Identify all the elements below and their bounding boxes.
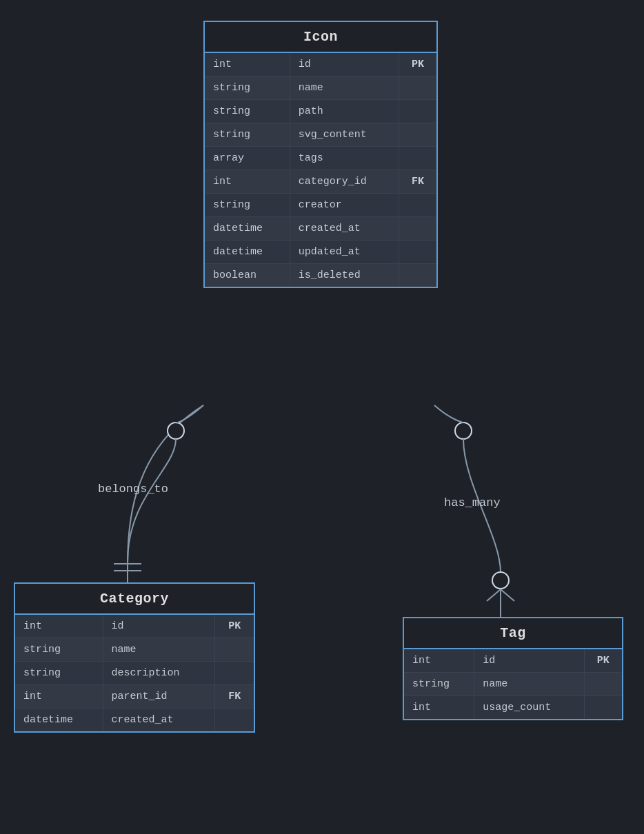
field-type: datetime xyxy=(204,241,290,264)
svg-line-7 xyxy=(487,589,501,601)
field-name: creator xyxy=(290,194,399,217)
table-row: string path xyxy=(204,100,437,123)
field-type: array xyxy=(204,147,290,170)
field-type: int xyxy=(204,52,290,77)
table-row: int id PK xyxy=(204,52,437,77)
field-name: name xyxy=(474,673,584,696)
field-type: boolean xyxy=(204,264,290,288)
tag-table: Tag int id PK string name int usage_coun… xyxy=(403,617,623,720)
category-table-title: Category xyxy=(14,583,254,614)
field-name: is_deleted xyxy=(290,264,399,288)
svg-point-4 xyxy=(455,423,472,439)
field-type: string xyxy=(204,123,290,147)
has-many-label: has_many xyxy=(444,496,501,509)
diagram-container: Icon int id PK string name string path s… xyxy=(0,0,644,834)
table-row: string name xyxy=(204,77,437,100)
belongs-to-label: belongs_to xyxy=(98,482,168,496)
svg-point-5 xyxy=(492,572,509,589)
table-row: array tags xyxy=(204,147,437,170)
icon-table-title: Icon xyxy=(204,21,437,52)
field-name: usage_count xyxy=(474,696,584,720)
field-type: string xyxy=(204,100,290,123)
table-row: string name xyxy=(14,638,254,662)
field-type: int xyxy=(14,614,103,638)
field-name: created_at xyxy=(103,709,215,733)
field-type: int xyxy=(14,685,103,709)
field-key: PK xyxy=(584,649,623,673)
field-type: datetime xyxy=(204,217,290,241)
table-row: int parent_id FK xyxy=(14,685,254,709)
icon-table: Icon int id PK string name string path s… xyxy=(203,21,438,288)
field-name: name xyxy=(290,77,399,100)
category-table: Category int id PK string name string de… xyxy=(14,582,255,733)
field-name: category_id xyxy=(290,170,399,194)
field-key xyxy=(399,77,438,100)
table-row: string svg_content xyxy=(204,123,437,147)
field-key: FK xyxy=(399,170,438,194)
field-key xyxy=(399,123,438,147)
field-key xyxy=(215,638,254,662)
table-row: string description xyxy=(14,662,254,685)
field-type: int xyxy=(403,649,474,673)
table-row: int id PK xyxy=(403,649,623,673)
table-row: string name xyxy=(403,673,623,696)
table-row: int usage_count xyxy=(403,696,623,720)
table-row: datetime updated_at xyxy=(204,241,437,264)
field-name: name xyxy=(103,638,215,662)
field-key xyxy=(584,673,623,696)
field-key xyxy=(215,709,254,733)
table-row: datetime created_at xyxy=(14,709,254,733)
field-key xyxy=(399,241,438,264)
svg-point-3 xyxy=(168,423,184,439)
table-row: int id PK xyxy=(14,614,254,638)
field-name: description xyxy=(103,662,215,685)
field-name: tags xyxy=(290,147,399,170)
field-name: id xyxy=(103,614,215,638)
field-key: PK xyxy=(215,614,254,638)
table-row: string creator xyxy=(204,194,437,217)
field-name: id xyxy=(290,52,399,77)
field-key: FK xyxy=(215,685,254,709)
field-name: id xyxy=(474,649,584,673)
field-type: string xyxy=(204,194,290,217)
field-name: path xyxy=(290,100,399,123)
table-row: boolean is_deleted xyxy=(204,264,437,288)
field-type: string xyxy=(14,662,103,685)
field-type: string xyxy=(204,77,290,100)
table-row: int category_id FK xyxy=(204,170,437,194)
field-name: updated_at xyxy=(290,241,399,264)
field-type: datetime xyxy=(14,709,103,733)
field-key xyxy=(399,217,438,241)
field-type: string xyxy=(403,673,474,696)
field-key xyxy=(584,696,623,720)
tag-table-title: Tag xyxy=(403,618,623,649)
svg-line-8 xyxy=(501,589,514,601)
field-type: int xyxy=(204,170,290,194)
field-key: PK xyxy=(399,52,438,77)
field-type: int xyxy=(403,696,474,720)
field-type: string xyxy=(14,638,103,662)
field-key xyxy=(215,662,254,685)
field-name: parent_id xyxy=(103,685,215,709)
field-name: svg_content xyxy=(290,123,399,147)
field-key xyxy=(399,147,438,170)
field-key xyxy=(399,194,438,217)
field-key xyxy=(399,100,438,123)
field-name: created_at xyxy=(290,217,399,241)
field-key xyxy=(399,264,438,288)
table-row: datetime created_at xyxy=(204,217,437,241)
